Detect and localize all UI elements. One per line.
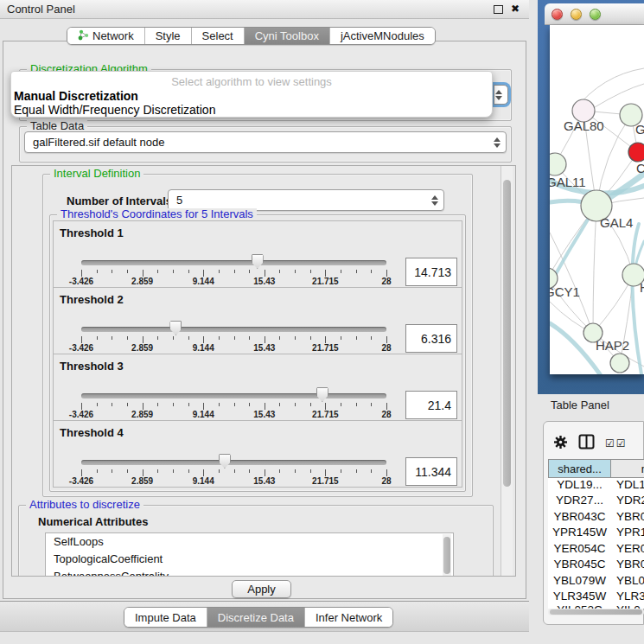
numerical-attributes-list: SelfLoops TopologicalCoefficient Between… [45,532,454,577]
screenshot-root: Control Panel ✖ Network [0,0,644,644]
node-selected-red[interactable] [628,143,644,162]
tab-network[interactable]: Network [67,28,145,44]
network-icon [78,29,89,43]
tab-impute-data[interactable]: Impute Data [124,608,207,627]
control-panel-tabs: Network Style Select Cyni Toolbox jActiv… [67,27,436,45]
scrollbar-thumb[interactable] [550,609,642,615]
threshold-3-block: Threshold 3 -3.4262.8599.14415.4321.7152… [53,354,462,421]
thresholds-group: Threshold's Coordinates for 5 Intervals … [49,214,466,492]
table-row[interactable]: YPR145WYPR1 [548,526,644,542]
algorithm-placeholder: Select algorithm to view settings [11,75,492,88]
node-label-gal80: GAL80 [564,118,604,133]
slider-thumb[interactable] [316,387,328,402]
slider-thumb[interactable] [219,454,231,469]
combo-stepper-icon [494,137,501,148]
settings-scroll-area: Interval Definition Number of Intervals … [11,165,516,577]
combo-stepper-icon [495,90,502,100]
table-row[interactable]: YDL19...YDL1 [548,478,644,494]
combo-stepper-icon [431,195,438,206]
threshold-4-value[interactable]: 11.344 [405,457,457,486]
tab-style[interactable]: Style [145,28,192,44]
split-columns-icon[interactable] [578,434,595,453]
thresholds-group-title: Threshold's Coordinates for 5 Intervals [57,208,257,220]
threshold-2-slider[interactable]: -3.4262.8599.14415.4321.71528 [81,322,386,354]
slider-track[interactable] [81,260,386,265]
settings-scrollbar[interactable] [501,166,513,576]
tab-infer-network[interactable]: Infer Network [305,608,392,627]
network-canvas[interactable]: GAL80 G C GAL11 GAL4 GCY1 H HAP2 [550,25,644,374]
table-horizontal-scrollbar[interactable] [548,609,644,615]
gear-icon[interactable] [553,435,568,453]
tab-select[interactable]: Select [192,28,245,44]
slider-tick-labels: -3.4262.8599.14415.4321.71528 [81,277,386,287]
scrollbar-thumb[interactable] [503,180,511,487]
close-icon[interactable]: ✖ [511,3,520,15]
node-gal11[interactable] [550,153,566,175]
number-of-intervals-label: Number of Intervals [67,194,172,207]
table-row[interactable]: YER054CYER0 [548,542,644,558]
interval-definition-title: Interval Definition [50,168,143,180]
tab-discretize-data[interactable]: Discretize Data [207,608,305,627]
float-panel-icon[interactable] [494,5,503,14]
algorithm-dropdown-popup: Select algorithm to view settings Manual… [10,71,493,118]
node-table: shared... na YDL19...YDL1 YDR27...YDR2 Y… [548,459,644,609]
list-item[interactable]: BetweennessCentrality [46,568,453,577]
checkbox-column-icon[interactable]: ☑ [616,438,626,449]
table-row[interactable]: YDR27...YDR2 [548,494,644,510]
tab-jactivemnodules[interactable]: jActiveMNodules [330,28,435,44]
table-data-combobox[interactable]: galFiltered.sif default node [24,131,507,153]
slider-thumb[interactable] [252,254,264,269]
node-label-clipped: C [636,161,644,175]
slider-track[interactable] [81,327,386,332]
control-panel-titlebar: Control Panel [0,0,529,19]
slider-track[interactable] [81,460,386,465]
control-panel-title: Control Panel [7,3,75,16]
threshold-1-slider[interactable]: -3.4262.8599.14415.4321.71528 [81,256,386,287]
interval-definition-group: Interval Definition Number of Intervals … [42,174,473,497]
attributes-group: Attributes to discretize Numerical Attri… [18,505,494,577]
table-panel-toolbar: ☑ ☑ [553,432,644,455]
slider-tick-labels: -3.4262.8599.14415.4321.71528 [81,410,386,420]
minimize-traffic-light-icon[interactable] [571,9,582,20]
node-label-hap2: HAP2 [596,338,629,353]
table-row[interactable]: YBR043CYBR0 [548,510,644,526]
node-label-clipped: G [635,122,644,137]
network-window-titlebar [545,3,644,25]
table-row[interactable]: YBR045CYBR0 [548,558,644,574]
numerical-attributes-label: Numerical Attributes [38,515,148,528]
tab-cyni-toolbox[interactable]: Cyni Toolbox [245,28,330,44]
node-label-gcy1: GCY1 [550,284,580,299]
threshold-4-block: Threshold 4 -3.4262.8599.14415.4321.7152… [53,420,462,488]
threshold-3-value[interactable]: 21.4 [405,391,457,419]
table-data-title: Table Data [27,120,87,132]
list-item[interactable]: TopologicalCoefficient [46,551,453,568]
column-header-name[interactable]: na [611,459,644,478]
slider-tick-labels: -3.4262.8599.14415.4321.71528 [81,476,386,487]
threshold-4-slider[interactable]: -3.4262.8599.14415.4321.71528 [81,456,386,487]
node[interactable] [610,354,629,373]
zoom-traffic-light-icon[interactable] [590,9,601,20]
list-scrollbar[interactable] [443,534,451,577]
threshold-2-value[interactable]: 6.316 [405,324,457,353]
checkbox-column-icon[interactable]: ☑ [605,438,615,449]
slider-tick-labels: -3.4262.8599.14415.4321.71528 [81,343,386,354]
attributes-group-title: Attributes to discretize [26,499,143,511]
apply-button[interactable]: Apply [232,580,291,598]
threshold-3-slider[interactable]: -3.4262.8599.14415.4321.71528 [81,389,386,420]
table-row[interactable]: YBL079WYBL0 [548,574,644,590]
node-label-gal4: GAL4 [600,215,633,230]
algorithm-combobox[interactable] [494,85,508,105]
node-label-gal11: GAL11 [550,175,586,189]
close-traffic-light-icon[interactable] [552,9,563,20]
threshold-2-block: Threshold 2 -3.4262.8599.14415.4321.7152… [53,287,462,354]
slider-track[interactable] [81,393,386,399]
threshold-1-block: Threshold 1 -3.4262.8599.14415.4321.7152… [53,220,462,288]
node-label-clipped: H [640,280,644,295]
menu-item-equal-width-frequency[interactable]: Equal Width/Frequency Discretization [14,103,215,117]
menu-item-manual-discretization[interactable]: Manual Discretization [14,89,138,103]
slider-thumb[interactable] [169,321,182,335]
column-header-shared[interactable]: shared... [548,459,611,478]
list-item[interactable]: SelfLoops [46,533,453,551]
threshold-1-value[interactable]: 14.713 [405,258,457,286]
cyni-mode-tabs: Impute Data Discretize Data Infer Networ… [124,607,393,628]
